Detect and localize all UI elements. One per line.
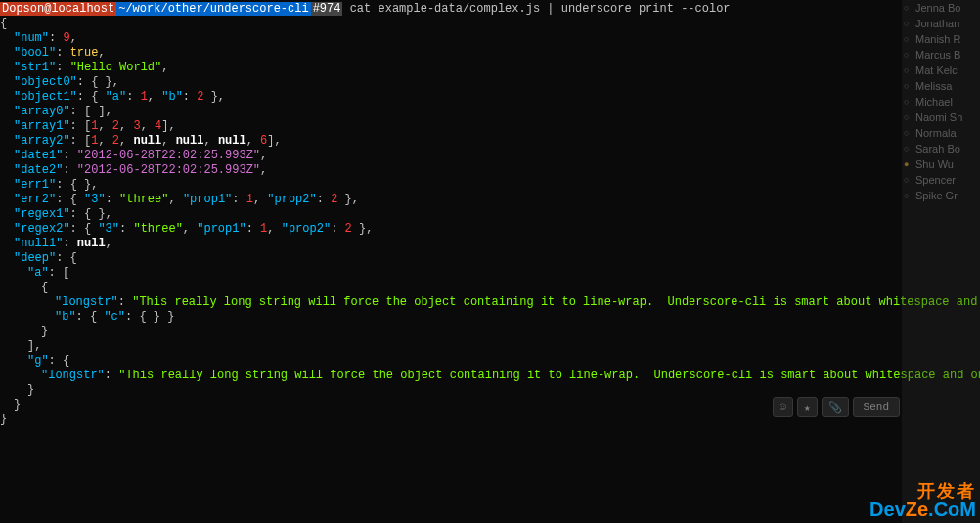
contact-item[interactable]: Jonathan bbox=[902, 16, 980, 31]
row-deep: "deep": { bbox=[0, 251, 980, 266]
row-array2: "array2": [1, 2, null, null, null, 6], bbox=[0, 134, 980, 149]
row-regex1: "regex1": { }, bbox=[0, 207, 980, 222]
contact-item[interactable]: Sarah Bo bbox=[902, 141, 980, 156]
row-object1: "object1": { "a": 1, "b": 2 }, bbox=[0, 90, 980, 105]
prompt-history-num: #974 bbox=[311, 2, 343, 16]
row-num: "num": 9, bbox=[0, 31, 980, 46]
attach-icon[interactable]: 📎 bbox=[822, 397, 849, 417]
row-array0: "array0": [ ], bbox=[0, 105, 980, 119]
terminal-output: Dopson@localhost~/work/other/underscore-… bbox=[0, 0, 980, 429]
contact-item[interactable]: Normala bbox=[902, 125, 980, 141]
contact-item[interactable]: Jenna Bo bbox=[902, 0, 980, 16]
row-deep-a: "a": [ bbox=[0, 266, 980, 281]
command: cat example-data/complex.js | underscore… bbox=[342, 2, 730, 16]
contact-item[interactable]: Michael bbox=[902, 94, 980, 109]
contact-item[interactable]: Manish R bbox=[902, 31, 980, 47]
logo-en: DevZe.CoM bbox=[869, 500, 976, 519]
row-deep-a-arrclose: ], bbox=[0, 339, 980, 354]
row-regex2: "regex2": { "3": "three", "prop1": 1, "p… bbox=[0, 222, 980, 237]
row-deep-g-close: } bbox=[0, 383, 980, 398]
row-err2: "err2": { "3": "three", "prop1": 1, "pro… bbox=[0, 193, 980, 207]
row-deep-g-longstr: "longstr": "This really long string will… bbox=[0, 369, 980, 383]
row-str1: "str1": "Hello World", bbox=[0, 61, 980, 75]
contact-item[interactable]: Marcus B bbox=[902, 47, 980, 63]
row-object0: "object0": { }, bbox=[0, 75, 980, 90]
row-bool: "bool": true, bbox=[0, 46, 980, 61]
contact-item[interactable]: Spencer bbox=[902, 172, 980, 188]
watermark-logo: 开发者 DevZe.CoM bbox=[869, 482, 976, 519]
row-deep-a-close: } bbox=[0, 325, 980, 339]
row-array1: "array1": [1, 2, 3, 4], bbox=[0, 119, 980, 134]
send-button[interactable]: Send bbox=[853, 397, 900, 417]
contacts-sidebar: Jenna BoJonathanManish RMarcus BMat Kelc… bbox=[902, 0, 980, 523]
row-null1: "null1": null, bbox=[0, 237, 980, 251]
contact-item[interactable]: Melissa bbox=[902, 78, 980, 94]
row-deep-b: "b": { "c": { } } bbox=[0, 310, 980, 325]
row-date1: "date1": "2012-06-28T22:02:25.993Z", bbox=[0, 149, 980, 163]
send-bar: ☺ ★ 📎 Send bbox=[773, 397, 900, 417]
brace-open: { bbox=[0, 17, 980, 31]
row-deep-a-open: { bbox=[0, 281, 980, 295]
star-icon[interactable]: ★ bbox=[797, 397, 818, 417]
prompt-user: Dopson@localhost bbox=[0, 2, 116, 16]
contact-item[interactable]: Shu Wu bbox=[902, 156, 980, 172]
row-deep-g: "g": { bbox=[0, 354, 980, 369]
row-err1: "err1": { }, bbox=[0, 178, 980, 193]
emoji-icon[interactable]: ☺ bbox=[773, 397, 793, 417]
prompt-line: Dopson@localhost~/work/other/underscore-… bbox=[0, 2, 980, 17]
contact-item[interactable]: Naomi Sh bbox=[902, 109, 980, 125]
contact-item[interactable]: Mat Kelc bbox=[902, 63, 980, 78]
row-deep-longstr: "longstr": "This really long string will… bbox=[0, 295, 980, 310]
row-date2: "date2": "2012-06-28T22:02:25.993Z", bbox=[0, 163, 980, 178]
contact-item[interactable]: Spike Gr bbox=[902, 188, 980, 203]
logo-cn: 开发者 bbox=[869, 482, 976, 500]
prompt-path: ~/work/other/underscore-cli bbox=[116, 2, 310, 16]
